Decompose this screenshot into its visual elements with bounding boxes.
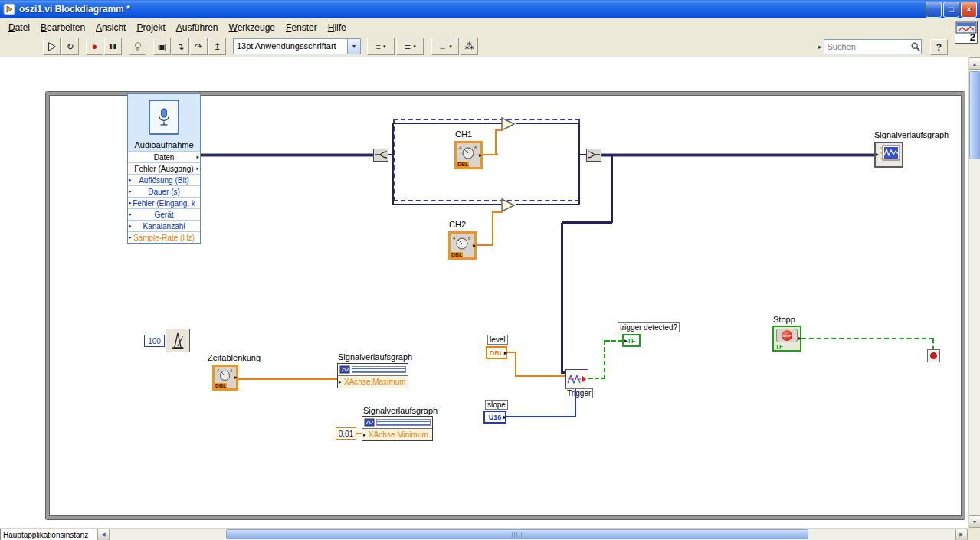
step-out-button[interactable]: ↥ [208,38,226,55]
wire-ch1-b[interactable] [495,130,497,155]
audio-row-aufloesung[interactable]: ▸Auflösung (Bit) [128,174,200,185]
wire-struct-bottom-a[interactable] [394,204,502,205]
trigger-detected-terminal[interactable]: ▸ TF [622,334,641,347]
wire-daten[interactable] [201,153,374,157]
loop-condition-terminal[interactable] [927,349,940,362]
menu-fenster[interactable]: Fenster [280,20,323,35]
wire-ch2-b[interactable] [492,212,493,246]
vertical-scrollbar[interactable]: ▲ ▼ [968,57,980,528]
step-into-button[interactable]: ↴ [172,38,189,55]
wire-min-constant[interactable] [356,433,362,434]
wire-struct-right[interactable] [578,123,580,205]
wire-struct-bottom-b[interactable] [516,204,580,205]
step-over-button[interactable]: ↷ [190,38,208,55]
split-signals-node[interactable] [373,149,388,162]
dashed-structure[interactable] [393,119,580,201]
scroll-right-button[interactable]: ▶ [955,529,968,540]
menu-hilfe[interactable]: Hilfe [323,20,352,35]
slope-terminal[interactable]: U16▸ [483,411,506,424]
stop-button-terminal[interactable]: STOP TF ▸ [772,326,801,352]
align-objects-dropdown[interactable]: ≡▾ [367,38,395,55]
wire-zeitablenkung[interactable] [238,378,337,380]
run-continuous-button[interactable]: ↻ [61,38,79,55]
wire-ch1-c[interactable] [495,129,503,131]
menu-ausfuehren[interactable]: Ausführen [171,20,224,35]
vi-icon-pane[interactable]: 2 [955,21,978,44]
wire-ch2-a[interactable] [477,244,493,246]
cleanup-diagram-button[interactable]: ⁂ [461,38,478,55]
pause-button[interactable]: ▮▮ [104,38,122,55]
audio-row-kanalanzahl[interactable]: ▸Kanalanzahl [128,220,200,231]
merge-signals-node[interactable] [586,149,601,162]
menu-bearbeiten[interactable]: Bearbeiten [35,20,90,35]
menu-werkzeuge[interactable]: Werkzeuge [224,20,280,35]
font-selector[interactable]: 13pt Anwendungsschriftart ▾ [233,38,361,54]
wire-ch2-c[interactable] [492,211,503,213]
wire-to-graph[interactable] [601,153,874,157]
property-node-xmin[interactable]: ▸ XAchse.Minimum [362,416,433,441]
menu-ansicht[interactable]: Ansicht [90,20,131,35]
wait-ms-multiple-node[interactable] [166,329,190,352]
menu-projekt[interactable]: Projekt [131,20,170,35]
audio-row-fehler-ausgang[interactable]: Fehler (Ausgang)▸ [128,162,200,174]
convert-triangle-top[interactable] [500,116,516,132]
run-button[interactable] [43,38,61,55]
wire-trigdet-b[interactable] [604,340,605,379]
wire-branch-v2[interactable] [561,223,563,373]
wire-branch-v1[interactable] [611,155,613,223]
audio-row-dauer[interactable]: ▸Dauer (s) [128,185,200,197]
audio-record-express-vi[interactable]: Audioaufnahme Daten▸ Fehler (Ausgang)▸ ▸… [127,93,201,244]
min-constant[interactable]: 0,01 [336,427,356,440]
wire-slope-a[interactable] [506,416,576,417]
retain-wire-values-button[interactable]: ▣ [153,38,171,55]
audio-row-fehler-eingang[interactable]: ▸Fehler (Eingang, k [128,197,200,208]
level-terminal[interactable]: DBL▸ [486,346,507,359]
waveform-graph-terminal[interactable]: ▸ [874,142,903,168]
highlight-execution-button[interactable] [129,38,146,55]
block-diagram-canvas[interactable]: Audioaufnahme Daten▸ Fehler (Ausgang)▸ ▸… [0,57,968,528]
search-collapse-arrow[interactable]: ▸ [818,43,822,51]
wire-stop-b[interactable] [932,339,934,350]
search-input[interactable] [824,41,910,53]
zeitablenkung-knob-terminal[interactable]: 4 6 DBL ▸ [212,365,238,391]
ms-constant[interactable]: 100 [144,335,165,347]
wire-branch-h1[interactable] [562,221,612,224]
audio-row-sample-rate[interactable]: ▸Sample-Rate (Hz) [128,231,200,243]
resize-objects-dropdown[interactable]: ↔▾ [431,38,459,55]
property-node-xmax[interactable]: ▸ XAchse.Maximum [337,363,408,388]
wire-trigdet-a[interactable] [588,378,605,379]
ch2-knob-terminal[interactable]: 4 6 DBL ▸ [448,231,477,260]
close-button[interactable]: × [961,2,977,18]
wire-struct-top-b[interactable] [516,123,580,124]
scroll-up-button[interactable]: ▲ [969,57,980,70]
scroll-down-button[interactable]: ▼ [969,515,980,528]
minimize-button[interactable]: _ [926,2,942,18]
titlebar[interactable]: oszi1.vi Blockdiagramm * _ □ × [0,0,980,18]
audio-row-geraet[interactable]: ▸Gerät [128,208,200,220]
distribute-objects-dropdown[interactable]: ≣▾ [396,38,424,55]
vertical-scroll-thumb[interactable] [969,71,980,159]
maximize-button[interactable]: □ [943,2,959,18]
help-button[interactable]: ? [930,39,948,55]
horizontal-scrollbar[interactable]: Hauptapplikationsinstanz ◀ ▶ [0,528,968,540]
convert-triangle-bottom[interactable] [500,198,516,213]
wire-struct-top-a[interactable] [394,123,502,124]
wire-merge-in[interactable] [580,154,586,155]
wire-slope-b[interactable] [575,389,576,417]
wire-trigdet-c[interactable] [605,340,622,342]
horizontal-scroll-thumb[interactable] [226,529,808,539]
wire-level-b[interactable] [515,352,516,377]
wire-struct-left[interactable] [392,123,394,205]
audio-row-daten[interactable]: Daten▸ [128,151,200,162]
trigger-express-vi[interactable] [565,369,588,389]
font-selector-caret[interactable]: ▾ [347,39,360,54]
scroll-left-button[interactable]: ◀ [97,529,110,540]
context-selector[interactable]: Hauptapplikationsinstanz [0,529,97,540]
ch1-knob-terminal[interactable]: 4 6 DBL ▸ [454,141,483,169]
wire-level-c[interactable] [515,375,565,377]
wire-stop-a[interactable] [801,338,934,339]
property-xmin[interactable]: ▸ XAchse.Minimum [362,428,432,440]
abort-button[interactable]: ● [86,38,103,55]
menu-datei[interactable]: Datei [3,20,35,35]
search-box[interactable] [824,39,922,54]
